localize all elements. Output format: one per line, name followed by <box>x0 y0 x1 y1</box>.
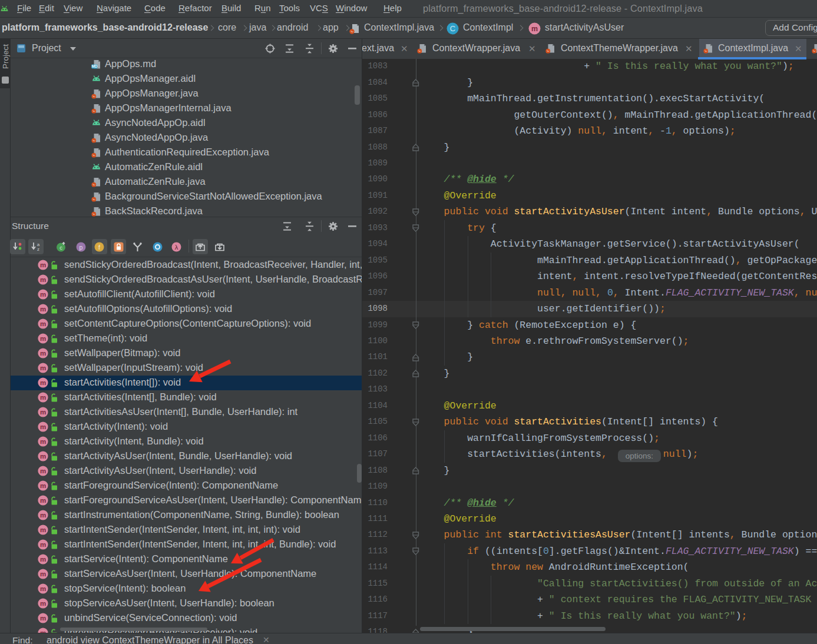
svg-text:C: C <box>450 24 455 33</box>
svg-text:λ: λ <box>175 244 178 251</box>
svg-text:f: f <box>98 244 100 251</box>
svg-text:z: z <box>37 247 39 252</box>
svg-text:p: p <box>79 244 82 251</box>
svg-text:m: m <box>531 25 538 33</box>
svg-text:c: c <box>59 244 62 251</box>
